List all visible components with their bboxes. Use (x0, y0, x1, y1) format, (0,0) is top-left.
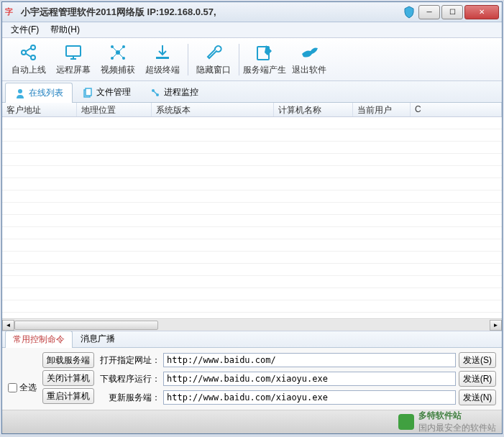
tool-super-terminal[interactable]: 超级终端 (140, 40, 185, 80)
col-client-address[interactable]: 客户地址 (2, 103, 77, 116)
scroll-track[interactable] (14, 320, 490, 331)
list-row[interactable] (2, 117, 502, 129)
wrench-icon (203, 42, 224, 63)
footer-text: 多特软件站 国内最安全的软件站 (418, 410, 496, 434)
tool-auto-online[interactable]: 自动上线 (6, 40, 51, 80)
network-icon (108, 42, 128, 63)
shutdown-computer-button[interactable]: 关闭计算机 (42, 370, 94, 386)
svg-line-25 (154, 91, 157, 94)
col-geo-location[interactable]: 地理位置 (77, 103, 152, 116)
monitor-icon (63, 42, 83, 63)
footer-brand: 多特软件站 (418, 410, 496, 422)
tool-generate-server[interactable]: 服务端产生 (242, 40, 287, 80)
footer: 多特软件站 国内最安全的软件站 (2, 410, 502, 433)
list-row[interactable] (2, 166, 502, 178)
list-header: 客户地址 地理位置 系统版本 计算机名称 当前用户 C (2, 103, 502, 117)
shield-icon (403, 6, 416, 19)
list-row[interactable] (2, 178, 502, 190)
list-row[interactable] (2, 142, 502, 154)
svg-rect-22 (86, 88, 91, 96)
tool-video-capture[interactable]: 视频捕获 (96, 40, 140, 80)
process-icon (150, 87, 161, 98)
send-download-button[interactable]: 发送(R) (459, 371, 496, 387)
scroll-right-button[interactable]: ► (490, 320, 502, 331)
send-update-button[interactable]: 发送(N) (459, 390, 496, 405)
tab-online-list[interactable]: 在线列表 (5, 83, 73, 103)
list-body[interactable] (2, 117, 502, 318)
control-rows: 打开指定网址： 发送(S) 下载程序运行： 发送(R) 更新服务端： 发送(N) (100, 352, 496, 405)
svg-rect-18 (156, 57, 169, 59)
share-icon (19, 42, 39, 63)
app-window: 字 小宇远程管理软件2011网络版 IP:192.168.0.57, ─ ☐ ✕… (1, 1, 503, 434)
restart-computer-button[interactable]: 重启计算机 (42, 388, 94, 404)
update-server-input[interactable] (163, 390, 456, 405)
list-row[interactable] (2, 190, 502, 203)
row-open-url: 打开指定网址： 发送(S) (100, 352, 496, 368)
svg-line-4 (25, 53, 31, 57)
tab-process-monitor[interactable]: 进程监控 (140, 82, 208, 102)
list-row[interactable] (2, 215, 502, 227)
download-run-input[interactable] (163, 372, 456, 386)
menu-help[interactable]: 帮助(H) (45, 22, 86, 37)
toolbar-separator (239, 44, 239, 75)
svg-line-14 (118, 47, 124, 52)
list-row[interactable] (2, 264, 502, 276)
list-row[interactable] (2, 239, 502, 252)
list-row[interactable] (2, 276, 502, 288)
col-current-user[interactable]: 当前用户 (353, 103, 411, 116)
main-tabs: 在线列表 文件管理 进程监控 (2, 81, 502, 103)
uninstall-server-button[interactable]: 卸载服务端 (42, 352, 94, 368)
maximize-button[interactable]: ☐ (441, 5, 463, 19)
menubar: 文件(F) 帮助(H) (2, 22, 502, 38)
edit-icon (255, 42, 275, 63)
svg-line-15 (112, 52, 118, 58)
minimize-button[interactable]: ─ (418, 5, 440, 19)
files-icon (82, 87, 93, 98)
scroll-left-button[interactable]: ◄ (2, 320, 14, 331)
tool-remote-screen[interactable]: 远程屏幕 (51, 40, 96, 80)
svg-point-2 (31, 55, 35, 60)
bottom-tabs: 常用控制命令 消息广播 (2, 331, 502, 348)
col-computer-name[interactable]: 计算机名称 (274, 103, 353, 116)
window-title: 小宇远程管理软件2011网络版 IP:192.168.0.57, (21, 6, 403, 19)
btab-message-broadcast[interactable]: 消息广播 (73, 330, 123, 347)
app-icon: 字 (5, 6, 17, 18)
list-row[interactable] (2, 300, 502, 313)
list-row[interactable] (2, 203, 502, 215)
list-row[interactable] (2, 252, 502, 264)
list-row[interactable] (2, 154, 502, 166)
svg-point-20 (18, 89, 22, 93)
window-controls: ─ ☐ ✕ (418, 5, 499, 19)
btab-common-commands[interactable]: 常用控制命令 (5, 331, 73, 348)
footer-slogan: 国内最安全的软件站 (418, 422, 496, 434)
toolbar-separator (188, 44, 188, 75)
svg-point-1 (31, 45, 35, 50)
svg-line-16 (118, 52, 124, 58)
svg-line-13 (112, 47, 118, 52)
toolbar: 自动上线 远程屏幕 视频捕获 超级终端 隐藏窗口 服务端产生 退出软件 (2, 38, 502, 81)
select-all-checkbox[interactable]: 全选 (8, 369, 37, 405)
select-all-input[interactable] (8, 383, 17, 392)
svg-line-3 (25, 48, 31, 52)
tab-file-manage[interactable]: 文件管理 (73, 82, 140, 102)
tool-exit-software[interactable]: 退出软件 (287, 40, 331, 80)
list-row[interactable] (2, 227, 502, 239)
control-buttons: 卸载服务端 关闭计算机 重启计算机 (42, 352, 94, 405)
list-row[interactable] (2, 288, 502, 300)
menu-file[interactable]: 文件(F) (5, 22, 45, 37)
close-button[interactable]: ✕ (464, 5, 499, 19)
horizontal-scrollbar[interactable]: ◄ ► (2, 318, 502, 331)
bird-icon (299, 42, 319, 63)
open-url-input[interactable] (163, 353, 456, 367)
control-panel: 全选 卸载服务端 关闭计算机 重启计算机 打开指定网址： 发送(S) 下载程序运… (2, 348, 502, 410)
svg-rect-5 (66, 46, 81, 56)
row-download-run: 下载程序运行： 发送(R) (100, 371, 496, 387)
scroll-thumb[interactable] (14, 321, 158, 330)
col-system-version[interactable]: 系统版本 (152, 103, 274, 116)
footer-logo-icon (398, 414, 414, 430)
col-c[interactable]: C (411, 103, 502, 116)
send-url-button[interactable]: 发送(S) (459, 352, 496, 368)
list-row[interactable] (2, 129, 502, 142)
person-icon (14, 88, 26, 99)
tool-hide-window[interactable]: 隐藏窗口 (191, 40, 236, 80)
